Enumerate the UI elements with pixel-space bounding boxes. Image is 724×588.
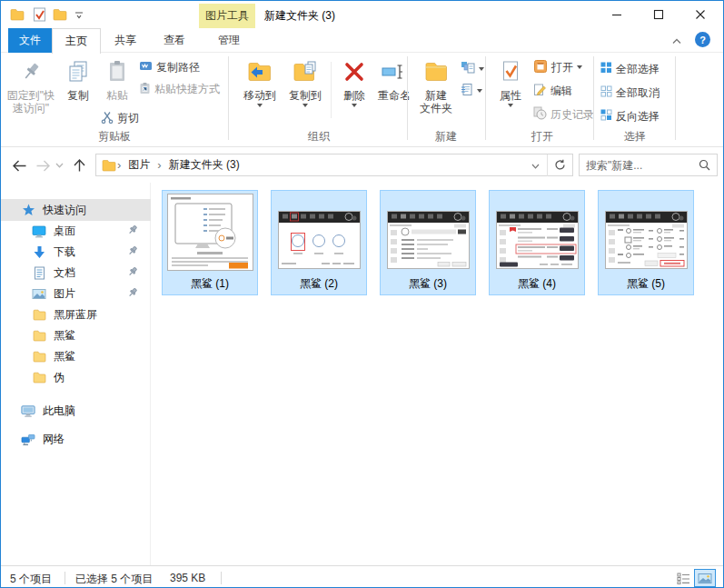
pictures-icon (32, 287, 46, 302)
sidebar-item-folder[interactable]: 黑鲨 (1, 346, 151, 367)
copy-path-icon (139, 60, 153, 75)
open-button[interactable]: 打开 (533, 58, 582, 76)
sidebar-item-folder[interactable]: 黑屏蓝屏 (1, 304, 151, 325)
file-item[interactable]: 黑鲨 (3) (380, 190, 476, 295)
easy-access-button[interactable] (461, 82, 482, 100)
copy-button[interactable]: 复制 (59, 55, 97, 102)
sidebar-item-downloads[interactable]: 下载 (1, 242, 151, 263)
collapse-ribbon-icon[interactable] (669, 34, 685, 48)
select-all-button[interactable]: 全部选择 (600, 60, 660, 78)
tab-view[interactable]: 查看 (150, 28, 199, 53)
sidebar-item-pictures[interactable]: 图片 (1, 284, 151, 304)
address-dropdown-chevron-icon[interactable] (524, 159, 547, 172)
sidebar-item-folder[interactable]: 伪 (1, 367, 151, 388)
invert-selection-icon (600, 109, 612, 124)
group-separator (228, 56, 229, 140)
maximize-button[interactable] (638, 1, 679, 28)
clipboard-group-label: 剪贴板 (55, 129, 174, 145)
picture-tools-header[interactable]: 图片工具 (199, 4, 255, 28)
downloads-icon (32, 245, 46, 260)
file-name: 黑鲨 (5) (599, 276, 693, 292)
breadcrumb-pictures[interactable]: 图片 (122, 154, 156, 175)
back-button[interactable] (8, 154, 30, 176)
qat-folder-icon[interactable] (8, 6, 26, 23)
file-thumbnail (605, 211, 688, 269)
file-item[interactable]: 黑鲨 (2) (271, 190, 367, 295)
tab-manage[interactable]: 管理 (203, 28, 255, 53)
close-button[interactable] (679, 1, 721, 28)
recent-locations-chevron-icon[interactable] (52, 154, 66, 176)
copy-to-button[interactable]: 复制到 (284, 55, 326, 107)
paste-shortcut-icon (139, 82, 151, 97)
refresh-icon[interactable] (548, 159, 572, 171)
file-thumbnail (496, 211, 579, 269)
edit-button[interactable]: 编辑 (533, 82, 572, 100)
select-group-label: 选择 (599, 129, 671, 145)
thumbnail-view-button[interactable] (694, 569, 716, 587)
delete-x-icon (344, 55, 364, 89)
file-name: 黑鲨 (4) (490, 276, 584, 292)
history-button[interactable]: 历史记录 (533, 105, 594, 124)
pin-to-quick-access-button[interactable]: 固定到"快速访问" (5, 55, 57, 115)
details-view-button[interactable] (674, 570, 692, 586)
qat-properties-icon[interactable] (30, 6, 48, 23)
tab-home[interactable]: 主页 (52, 28, 101, 54)
breadcrumb-current-folder[interactable]: 新建文件夹 (3) (163, 154, 246, 175)
minimize-button[interactable] (596, 1, 638, 28)
easy-access-icon (461, 83, 473, 99)
up-button[interactable] (68, 154, 90, 176)
file-thumbnail (167, 194, 253, 271)
sidebar-item-quick-access[interactable]: 快速访问 (1, 199, 151, 221)
qat-customize-chevron-icon[interactable] (70, 6, 88, 23)
file-item[interactable]: 黑鲨 (4) (489, 190, 585, 295)
pinned-pin-icon (127, 224, 138, 238)
paste-shortcut-button[interactable]: 粘贴快捷方式 (139, 80, 220, 98)
new-folder-button[interactable]: 新建文件夹 (414, 55, 458, 115)
new-folder-icon (423, 55, 449, 89)
new-item-button[interactable] (461, 60, 484, 78)
help-icon[interactable]: ? (695, 32, 710, 47)
select-none-icon (600, 85, 612, 100)
copy-to-icon (293, 55, 318, 89)
copy-path-button[interactable]: 复制路径 (139, 58, 200, 76)
sidebar-item-desktop[interactable]: 桌面 (1, 221, 151, 242)
select-all-icon (600, 62, 612, 76)
move-to-button[interactable]: 移动到 (239, 55, 281, 107)
pinned-pin-icon (127, 266, 138, 280)
group-separator (485, 56, 486, 140)
forward-button[interactable] (32, 154, 54, 176)
explorer-window: 图片工具 新建文件夹 (3) 文件 主页 共享 查看 管理 ? 固定到"快速访问… (0, 0, 724, 588)
sidebar-item-folder[interactable]: 黑鲨 (1, 325, 151, 346)
documents-icon (32, 266, 46, 281)
selection-size: 395 KB (170, 572, 205, 584)
dropdown-arrow-icon (352, 104, 357, 107)
main-area: 快速访问 桌面 下载 (1, 183, 723, 565)
sidebar-item-network[interactable]: 网络 (1, 429, 151, 450)
pin-icon (19, 55, 43, 89)
dropdown-arrow-icon (302, 104, 308, 107)
paste-button[interactable]: 粘贴 (98, 55, 136, 102)
paste-icon (106, 55, 128, 89)
file-name: 黑鲨 (3) (381, 276, 475, 292)
qat-new-folder-icon[interactable] (51, 6, 69, 23)
properties-button[interactable]: 属性 (493, 55, 528, 107)
search-icon[interactable] (699, 159, 717, 171)
move-to-icon (247, 55, 273, 89)
tab-share[interactable]: 共享 (101, 28, 150, 53)
file-thumbnail (278, 211, 361, 269)
delete-button[interactable]: 删除 (337, 55, 372, 107)
invert-selection-button[interactable]: 反向选择 (600, 107, 660, 125)
sidebar-item-this-pc[interactable]: 此电脑 (1, 401, 151, 422)
cut-button[interactable]: 剪切 (101, 109, 139, 127)
search-input[interactable] (580, 159, 699, 172)
rename-button[interactable]: 重命名 (373, 55, 415, 102)
address-box[interactable]: › 图片 › 新建文件夹 (3) (95, 154, 573, 176)
group-separator (407, 56, 408, 140)
select-none-button[interactable]: 全部取消 (600, 84, 660, 102)
folder-icon (32, 371, 46, 385)
file-item[interactable]: 黑鲨 (1) (162, 190, 258, 295)
history-clock-icon (533, 106, 547, 123)
sidebar-item-documents[interactable]: 文档 (1, 263, 151, 284)
file-item[interactable]: 黑鲨 (5) (598, 190, 694, 295)
tab-file[interactable]: 文件 (8, 28, 52, 53)
